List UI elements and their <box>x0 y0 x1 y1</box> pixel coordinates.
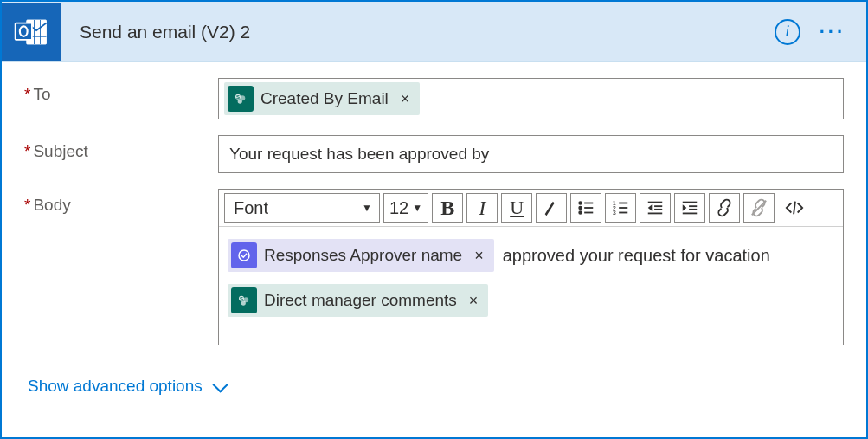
bold-button[interactable]: B <box>432 193 463 223</box>
link-button[interactable] <box>709 193 740 223</box>
token-remove-icon[interactable]: × <box>466 247 494 265</box>
underline-button[interactable]: U <box>501 193 532 223</box>
bullet-list-button[interactable] <box>570 193 601 223</box>
field-body-label: *Body <box>24 189 218 215</box>
header-actions: i ∙∙∙ <box>775 19 845 45</box>
to-input[interactable]: S Created By Email × <box>218 78 844 119</box>
rte-line-1: Responses Approver name × approved your … <box>228 239 834 272</box>
card-title: Send an email (V2) 2 <box>80 22 775 42</box>
svg-point-13 <box>579 207 582 210</box>
token-label: Direct manager comments <box>264 291 460 310</box>
show-advanced-link[interactable]: Show advanced options <box>28 377 224 396</box>
token-created-by-email: S Created By Email × <box>224 82 420 115</box>
ellipsis-icon[interactable]: ∙∙∙ <box>820 28 845 36</box>
token-manager-comments: S Direct manager comments × <box>228 284 488 317</box>
indent-button[interactable] <box>674 193 705 223</box>
field-to-label: *To <box>24 78 218 104</box>
approval-icon <box>231 242 257 268</box>
number-list-button[interactable]: 123 <box>605 193 636 223</box>
body-text: approved your request for vacation <box>503 246 770 266</box>
svg-line-31 <box>752 201 767 216</box>
svg-point-9 <box>238 99 242 103</box>
svg-point-33 <box>239 250 249 261</box>
field-subject-label: *Subject <box>24 135 218 161</box>
token-remove-icon[interactable]: × <box>392 90 421 108</box>
rte-line-2: S Direct manager comments × <box>228 284 834 317</box>
font-color-button[interactable] <box>536 193 567 223</box>
action-card: Send an email (V2) 2 i ∙∙∙ *To S Created… <box>0 0 868 439</box>
sharepoint-icon: S <box>231 287 257 313</box>
outdent-button[interactable] <box>640 193 671 223</box>
unlink-button[interactable] <box>743 193 775 223</box>
field-subject: *Subject Your request has been approved … <box>24 135 844 173</box>
card-header: Send an email (V2) 2 i ∙∙∙ <box>2 2 866 62</box>
svg-line-32 <box>794 202 795 215</box>
svg-point-11 <box>579 202 582 204</box>
subject-input[interactable]: Your request has been approved by <box>218 135 844 173</box>
info-icon[interactable]: i <box>775 19 800 45</box>
field-body: *Body Font ▼ 12 ▼ B I U <box>24 189 844 345</box>
rte-toolbar: Font ▼ 12 ▼ B I U <box>219 190 843 227</box>
token-approver-name: Responses Approver name × <box>228 239 494 272</box>
token-label: Responses Approver name <box>264 246 466 265</box>
chevron-down-icon <box>212 377 228 392</box>
card-body: *To S Created By Email × *Subject Your r… <box>2 62 866 399</box>
field-to: *To S Created By Email × <box>24 78 844 119</box>
caret-down-icon: ▼ <box>412 202 422 214</box>
outlook-icon <box>2 3 61 61</box>
rte: Font ▼ 12 ▼ B I U <box>218 189 844 345</box>
sharepoint-icon: S <box>228 86 254 112</box>
svg-point-15 <box>579 211 582 214</box>
svg-point-36 <box>241 300 246 305</box>
rte-body[interactable]: Responses Approver name × approved your … <box>219 227 843 345</box>
svg-text:3: 3 <box>613 209 616 216</box>
caret-down-icon: ▼ <box>362 202 372 214</box>
font-select[interactable]: Font ▼ <box>224 193 380 223</box>
subject-text: Your request has been approved by <box>224 145 489 164</box>
token-remove-icon[interactable]: × <box>460 292 489 310</box>
token-label: Created By Email <box>260 89 392 108</box>
code-view-button[interactable] <box>778 193 811 223</box>
italic-button[interactable]: I <box>466 193 498 223</box>
svg-text:S: S <box>236 94 240 100</box>
font-size-select[interactable]: 12 ▼ <box>383 193 428 223</box>
svg-text:S: S <box>240 296 243 301</box>
